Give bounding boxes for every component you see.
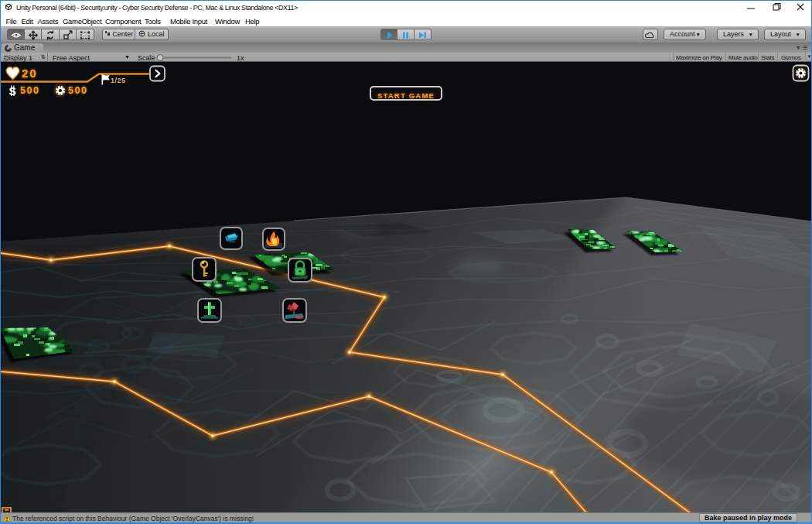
svg-text:S: S	[9, 85, 16, 98]
